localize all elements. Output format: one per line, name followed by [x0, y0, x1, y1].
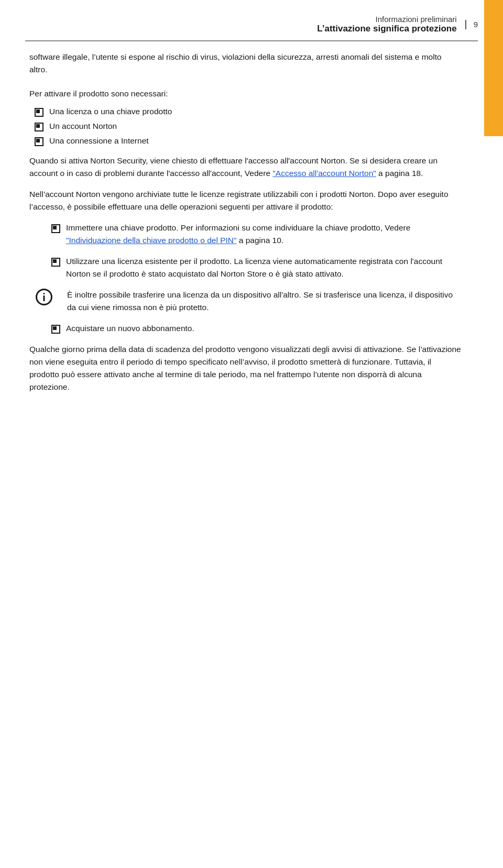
bullet-icon: [50, 257, 60, 266]
list-item: Una connessione a Internet: [29, 135, 461, 147]
transfer-note-text: È inoltre possibile trasferire una licen…: [67, 289, 461, 314]
main-content: software illegale, l’utente si espone al…: [0, 41, 503, 423]
requirements-intro: Per attivare il prodotto sono necessari:: [29, 87, 461, 100]
header-title: L’attivazione significa protezione: [317, 24, 456, 34]
activation-text: Quando si attiva Norton Security, viene …: [29, 155, 461, 180]
account-norton-link[interactable]: "Accesso all'account Norton": [272, 169, 376, 178]
intro-paragraph: software illegale, l’utente si espone al…: [29, 51, 461, 76]
bullet-icon: [50, 324, 60, 333]
info-icon: [36, 289, 52, 305]
operation-text-2: Utilizzare una licenza esistente per il …: [66, 255, 461, 280]
closing-paragraph: Qualche giorno prima della data di scade…: [29, 343, 461, 393]
transfer-note-row: È inoltre possibile trasferire una licen…: [36, 289, 461, 314]
operation-text-3: Acquistare un nuovo abbonamento.: [66, 322, 194, 335]
bullet-icon: [34, 107, 43, 116]
page-header: Informazioni preliminari L’attivazione s…: [0, 0, 503, 40]
info-icon-wrap: [36, 289, 52, 305]
header-subtitle: Informazioni preliminari: [376, 15, 457, 24]
orange-accent-bar: [484, 0, 503, 136]
header-title-block: Informazioni preliminari L’attivazione s…: [317, 15, 456, 34]
page-container: Informazioni preliminari L’attivazione s…: [0, 0, 503, 868]
requirements-list: Una licenza o una chiave prodotto Un acc…: [29, 105, 461, 147]
list-item: Un account Norton: [29, 120, 461, 133]
operation-item-2: Utilizzare una licenza esistente per il …: [50, 255, 461, 280]
bullet-icon: [34, 122, 43, 131]
list-item-text: Una connessione a Internet: [49, 135, 149, 147]
operation-item-1: Immettere una chiave prodotto. Per infor…: [50, 222, 461, 247]
header-right: Informazioni preliminari L’attivazione s…: [317, 15, 478, 34]
operation-text-1: Immettere una chiave prodotto. Per infor…: [66, 222, 461, 247]
page-number: 9: [465, 20, 478, 29]
list-item: Una licenza o una chiave prodotto: [29, 105, 461, 118]
bullet-icon: [50, 223, 60, 233]
product-key-link[interactable]: "Individuazione della chiave prodotto o …: [66, 236, 237, 245]
operations-section: Immettere una chiave prodotto. Per infor…: [29, 222, 461, 335]
list-item-text: Un account Norton: [49, 120, 117, 133]
archive-text: Nell’account Norton vengono archiviate t…: [29, 188, 461, 213]
list-item-text: Una licenza o una chiave prodotto: [49, 105, 172, 118]
operation-item-3: Acquistare un nuovo abbonamento.: [50, 322, 461, 335]
bullet-icon: [34, 136, 43, 146]
